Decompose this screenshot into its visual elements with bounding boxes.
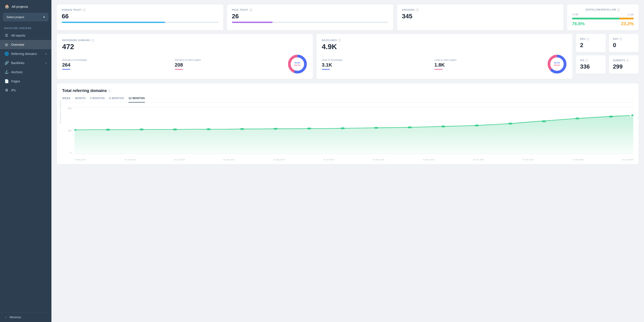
- sidebar-item-label: All reports: [11, 34, 25, 37]
- sidebar-item-all-reports[interactable]: ☰ All reports: [0, 31, 52, 40]
- anchors-card: ANCHORS i 345: [397, 4, 564, 30]
- nofollow-pct: 23.2%: [621, 21, 634, 26]
- minimize-button[interactable]: ← Minimize: [0, 312, 52, 322]
- chart-info-icon[interactable]: i: [108, 89, 111, 92]
- dofollow-card: DOFOLLOW/NOFOLLOW i 3.74K 1.13K 76.8% 23…: [567, 4, 639, 30]
- sidebar-item-overview[interactable]: ◎ Overview: [0, 40, 52, 49]
- domain-trust-info-icon[interactable]: i: [83, 8, 86, 11]
- mid-stats-area: REFERRING DOMAINS i 472 Domains to homep…: [57, 34, 639, 79]
- small-cards-grid-2: IPS i 336 SUBNETS i 299: [576, 55, 639, 74]
- domain-trust-card: DOMAIN TRUST i 66: [57, 4, 224, 30]
- anchors-label: ANCHORS i: [402, 8, 558, 11]
- chart-card: Total referring domains i WEEK MONTH 3 M…: [57, 84, 639, 164]
- dofollow-bar-fill: [572, 18, 620, 19]
- x-label: 01 Nov 2019: [373, 159, 384, 161]
- sidebar-item-label: Referring domains: [11, 52, 37, 56]
- all-projects-link[interactable]: 🏠 All projects: [0, 0, 52, 13]
- backlinks-value: 4.9K: [322, 43, 567, 51]
- dofollow-bar: [572, 18, 634, 19]
- links-homepage-value: 3.1K: [322, 62, 426, 68]
- referring-domains-card: REFERRING DOMAINS i 472 Domains to homep…: [57, 34, 313, 79]
- gov-label: GOV i: [613, 37, 634, 40]
- links-other-item: Links to other pages 1.8K: [434, 58, 538, 70]
- referring-domains-info-icon[interactable]: i: [92, 39, 94, 42]
- svg-text:/36.9%: /36.9%: [554, 64, 560, 66]
- subnets-card: SUBNETS i 299: [609, 55, 639, 74]
- edu-value: 2: [580, 42, 602, 49]
- gov-value: 0: [613, 42, 634, 49]
- chart-tabs: WEEK MONTH 3 MONTHS 6 MONTHS 12 MONTHS: [62, 97, 633, 103]
- ips-value: 336: [580, 63, 602, 70]
- backlinks-card: BACKLINKS i 4.9K Links to homepage 3.1K …: [316, 34, 572, 79]
- y-axis-label: REFERRING DOMAINS: [60, 100, 62, 124]
- dofollow-pct: 76.8%: [572, 21, 585, 26]
- backlinks-sub: Links to homepage 3.1K Links to other pa…: [322, 54, 567, 74]
- project-select[interactable]: Select project ▾: [3, 13, 48, 21]
- referring-domains-value: 472: [62, 43, 308, 51]
- dofollow-info-icon[interactable]: i: [617, 8, 620, 11]
- tab-month[interactable]: MONTH: [75, 97, 86, 103]
- sidebar-item-referring-domains[interactable]: 🌐 Referring domains ▸: [0, 49, 52, 58]
- globe-icon: 🌐: [4, 52, 8, 56]
- small-cards-grid: EDU i 2 GOV i 0: [576, 34, 639, 52]
- x-label: 01 Apr 2020: [622, 159, 633, 161]
- page-trust-progress: [232, 22, 389, 23]
- overview-icon: ◎: [4, 42, 8, 47]
- dofollow-count: 3.74K: [572, 13, 578, 16]
- backlinks-info-icon[interactable]: i: [338, 39, 341, 42]
- links-other-value: 1.8K: [434, 62, 538, 68]
- y-axis: 400 200 0: [62, 107, 73, 154]
- domains-other-label: Domains to other pages: [175, 58, 278, 61]
- sidebar-item-anchors[interactable]: ⚓ Anchors: [0, 67, 52, 77]
- dofollow-counts: 3.74K 1.13K: [572, 13, 634, 16]
- main-content: DOMAIN TRUST i 66 PAGE TRUST i 26 ANCHOR…: [52, 0, 644, 322]
- tab-week[interactable]: WEEK: [62, 97, 71, 103]
- domain-trust-label: DOMAIN TRUST i: [62, 8, 218, 11]
- chart-title: Total referring domains i: [62, 88, 633, 93]
- ips-info-icon[interactable]: i: [585, 59, 588, 62]
- links-other-bar: [434, 69, 442, 70]
- sidebar-item-ips[interactable]: 🖥 IPs: [0, 86, 52, 95]
- subnets-info-icon[interactable]: i: [626, 59, 629, 62]
- page-icon: 📄: [4, 79, 8, 83]
- x-label: 01 May 2019: [74, 159, 86, 161]
- x-label: 01 Mar 2020: [572, 159, 584, 161]
- sidebar-item-backlinks[interactable]: 🔗 Backlinks ▸: [0, 58, 52, 67]
- tab-12months[interactable]: 12 MONTHS: [128, 97, 145, 103]
- small-cards-col: EDU i 2 GOV i 0 IPS i: [576, 34, 639, 79]
- tab-6months[interactable]: 6 MONTHS: [109, 97, 124, 103]
- page-trust-info-icon[interactable]: i: [249, 8, 252, 11]
- domains-homepage-label: Domains to homepage: [62, 58, 166, 61]
- domains-homepage-item: Domains to homepage 264: [62, 58, 166, 70]
- edu-info-icon[interactable]: i: [586, 37, 589, 40]
- edu-card: EDU i 2: [576, 34, 606, 52]
- sidebar-item-pages[interactable]: 📄 Pages: [0, 77, 52, 86]
- svg-text:/44.1%: /44.1%: [294, 64, 300, 66]
- subnets-value: 299: [613, 63, 634, 70]
- gov-info-icon[interactable]: i: [620, 37, 622, 40]
- x-label: 01 Aug 2019: [224, 159, 235, 161]
- sidebar-item-label: Overview: [11, 43, 24, 46]
- sidebar-item-label: Anchors: [11, 70, 22, 74]
- page-trust-card: PAGE TRUST i 26: [227, 4, 394, 30]
- nofollow-bar-fill: [620, 18, 634, 19]
- chevron-down-icon: ▾: [44, 15, 45, 19]
- home-icon: 🏠: [4, 4, 10, 9]
- grid-lines: [74, 107, 633, 154]
- x-axis: 01 May 2019 01 Jun 2019 01 Jul 2019 01 A…: [74, 159, 633, 161]
- page-trust-fill: [232, 22, 272, 23]
- x-label: 01 Jan 2020: [473, 159, 484, 161]
- all-projects-label: All projects: [12, 5, 28, 8]
- list-icon: ☰: [4, 33, 8, 37]
- project-select-label: Select project: [6, 15, 24, 19]
- sidebar-item-label: IPs: [11, 88, 16, 92]
- anchors-info-icon[interactable]: i: [416, 8, 419, 11]
- x-label: 01 Feb 2020: [522, 159, 534, 161]
- ips-label: IPS i: [580, 59, 602, 62]
- tab-3months[interactable]: 3 MONTHS: [90, 97, 105, 103]
- links-homepage-bar: [322, 69, 330, 70]
- gov-card: GOV i 0: [609, 34, 639, 52]
- chart-area: 400 200 0 REFERRING DOMAINS: [62, 107, 633, 161]
- referring-domains-sub: Domains to homepage 264 Domains to other…: [62, 54, 308, 74]
- links-homepage-label: Links to homepage: [322, 58, 426, 61]
